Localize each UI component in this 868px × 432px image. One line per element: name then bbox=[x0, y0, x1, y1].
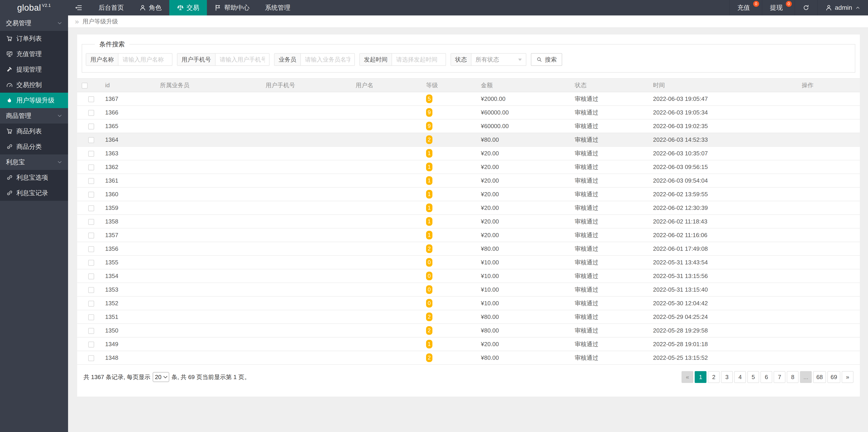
select-all-checkbox[interactable] bbox=[82, 83, 88, 89]
salesman-input[interactable] bbox=[301, 54, 354, 65]
username-name-input[interactable] bbox=[118, 54, 172, 65]
sidebar-item-interestbao-records[interactable]: 利息宝记录 bbox=[0, 185, 68, 201]
sidebar-item-interestbao-options[interactable]: 利息宝选项 bbox=[0, 170, 68, 185]
row-checkbox[interactable] bbox=[88, 314, 94, 320]
topnav-item-roles[interactable]: 角色 bbox=[132, 0, 169, 16]
page-size-select[interactable]: 20 bbox=[153, 372, 169, 382]
sidebar-group-interest-bao[interactable]: 利息宝 bbox=[0, 154, 68, 170]
table-header-row: id所属业务员用户手机号用户名等级金额状态时间操作 bbox=[77, 78, 860, 92]
cell-phone bbox=[261, 201, 351, 214]
pagination-page-7[interactable]: 7 bbox=[774, 371, 785, 383]
pagination-page-5[interactable]: 5 bbox=[747, 371, 759, 383]
breadcrumb: » 用户等级升级 bbox=[68, 16, 868, 27]
cell-id: 1363 bbox=[101, 146, 156, 160]
pagination-page-3[interactable]: 3 bbox=[721, 371, 733, 383]
sidebar-item-trade-control[interactable]: 交易控制 bbox=[0, 77, 68, 93]
cell-level: 1 bbox=[422, 214, 476, 228]
row-checkbox[interactable] bbox=[88, 205, 94, 211]
cell-agent bbox=[155, 119, 261, 133]
column-header-time: 时间 bbox=[649, 78, 798, 92]
row-checkbox[interactable] bbox=[88, 96, 94, 102]
filter-group-status: 状态所有状态 bbox=[451, 53, 526, 66]
topnav-item-home[interactable]: 后台首页 bbox=[91, 0, 132, 16]
row-checkbox[interactable] bbox=[88, 328, 94, 334]
search-button[interactable]: 搜索 bbox=[531, 53, 562, 66]
pagination-page-8[interactable]: 8 bbox=[787, 371, 799, 383]
row-checkbox[interactable] bbox=[88, 233, 94, 238]
cart-icon bbox=[6, 35, 13, 42]
row-checkbox[interactable] bbox=[88, 192, 94, 198]
row-checkbox[interactable] bbox=[88, 110, 94, 116]
cell-level: 2 bbox=[422, 242, 476, 256]
row-checkbox[interactable] bbox=[88, 178, 94, 184]
row-checkbox[interactable] bbox=[88, 123, 94, 129]
cell-agent bbox=[155, 269, 261, 283]
user-menu[interactable]: admin bbox=[817, 0, 868, 16]
row-checkbox[interactable] bbox=[88, 165, 94, 170]
cell-amount: ¥20.00 bbox=[476, 201, 570, 214]
status-select[interactable]: 所有状态 bbox=[471, 54, 526, 65]
cell-ops bbox=[797, 188, 860, 201]
level-badge: 0 bbox=[426, 258, 432, 267]
row-checkbox[interactable] bbox=[88, 301, 94, 307]
row-checkbox[interactable] bbox=[88, 246, 94, 252]
topnav-item-help-center[interactable]: 帮助中心 bbox=[207, 0, 257, 16]
row-checkbox[interactable] bbox=[88, 342, 94, 347]
column-header-username: 用户名 bbox=[351, 78, 422, 92]
row-checkbox[interactable] bbox=[88, 287, 94, 293]
pagination-prev: « bbox=[682, 371, 693, 383]
content-card: 条件搜索 用户名称用户手机号业务员发起时间状态所有状态搜索 id所属业务员用户手… bbox=[77, 34, 860, 397]
cell-time: 2022-06-03 09:56:15 bbox=[649, 160, 798, 174]
row-checkbox[interactable] bbox=[88, 260, 94, 266]
refresh-button[interactable] bbox=[795, 0, 817, 16]
cell-agent bbox=[155, 256, 261, 269]
start-time-input[interactable] bbox=[392, 54, 445, 65]
cell-status: 审核通过 bbox=[570, 310, 649, 324]
topnav-item-label: 帮助中心 bbox=[224, 3, 250, 12]
cell-level: 1 bbox=[422, 201, 476, 214]
row-checkbox[interactable] bbox=[88, 219, 94, 225]
cell-time: 2022-06-03 14:52:33 bbox=[649, 133, 798, 146]
sidebar-group-goods-management[interactable]: 商品管理 bbox=[0, 108, 68, 123]
sidebar-item-goods-category[interactable]: 商品分类 bbox=[0, 139, 68, 154]
row-checkbox[interactable] bbox=[88, 355, 94, 361]
cell-time: 2022-06-02 12:30:39 bbox=[649, 201, 798, 214]
data-table: id所属业务员用户手机号用户名等级金额状态时间操作 13675¥2000.00审… bbox=[77, 78, 860, 365]
cell-time: 2022-05-30 12:04:42 bbox=[649, 296, 798, 310]
pagination-page-68[interactable]: 68 bbox=[813, 371, 826, 383]
sidebar-group-trade-management[interactable]: 交易管理 bbox=[0, 16, 68, 31]
row-checkbox[interactable] bbox=[88, 273, 94, 279]
pagination-page-2[interactable]: 2 bbox=[708, 371, 720, 383]
cell-level: 9 bbox=[422, 119, 476, 133]
flame-icon bbox=[6, 97, 13, 104]
row-checkbox[interactable] bbox=[88, 137, 94, 143]
cell-time: 2022-06-02 11:16:06 bbox=[649, 228, 798, 242]
cell-status: 审核通过 bbox=[570, 92, 649, 106]
cell-agent bbox=[155, 296, 261, 310]
level-badge: 2 bbox=[426, 313, 432, 321]
sidebar-item-recharge-management[interactable]: 充值管理 bbox=[0, 46, 68, 62]
pagination-next[interactable]: » bbox=[842, 371, 854, 383]
link-icon bbox=[6, 190, 13, 196]
sidebar-toggle-button[interactable] bbox=[68, 0, 91, 16]
topnav-withdraw-button[interactable]: 提现0 bbox=[762, 0, 795, 16]
pagination-page-4[interactable]: 4 bbox=[734, 371, 746, 383]
topnav-item-label: 提现 bbox=[770, 3, 783, 12]
pagination-page-1[interactable]: 1 bbox=[695, 371, 707, 383]
topnav-item-trade[interactable]: 交易 bbox=[169, 0, 207, 16]
pagination-page-6[interactable]: 6 bbox=[761, 371, 772, 383]
row-checkbox[interactable] bbox=[88, 151, 94, 157]
topnav-recharge-button[interactable]: 充值0 bbox=[729, 0, 762, 16]
topnav-item-system[interactable]: 系统管理 bbox=[257, 0, 298, 16]
user-phone-input[interactable] bbox=[216, 54, 269, 65]
sidebar-item-goods-list[interactable]: 商品列表 bbox=[0, 123, 68, 139]
sidebar-item-user-level-upgrade[interactable]: 用户等级升级 bbox=[0, 93, 68, 108]
table-row: 13530¥10.00审核通过2022-05-31 13:15:40 bbox=[77, 283, 860, 296]
sidebar-item-order-list[interactable]: 订单列表 bbox=[0, 31, 68, 46]
cell-username bbox=[351, 106, 422, 119]
records-summary-prefix: 共 1367 条记录, 每页显示 bbox=[84, 373, 150, 381]
table-row: 13581¥20.00审核通过2022-06-02 11:18:43 bbox=[77, 214, 860, 228]
pagination-page-69[interactable]: 69 bbox=[827, 371, 840, 383]
filter-row: 用户名称用户手机号业务员发起时间状态所有状态搜索 bbox=[86, 53, 855, 66]
sidebar-item-withdraw-management[interactable]: 提现管理 bbox=[0, 62, 68, 77]
